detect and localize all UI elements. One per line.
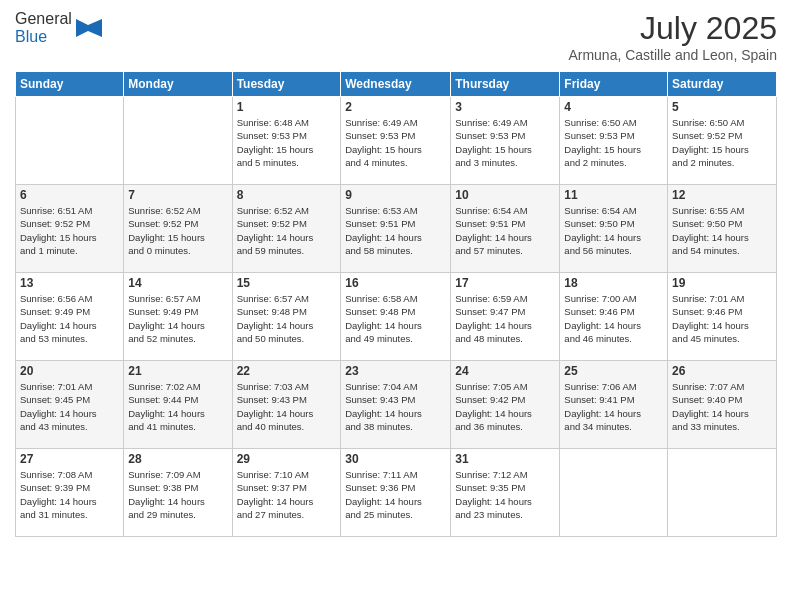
- calendar-cell: 5Sunrise: 6:50 AM Sunset: 9:52 PM Daylig…: [668, 97, 777, 185]
- subtitle: Armuna, Castille and Leon, Spain: [568, 47, 777, 63]
- day-number: 16: [345, 276, 446, 290]
- page: General Blue July 2025 Armuna, Castille …: [0, 0, 792, 612]
- calendar-cell: 25Sunrise: 7:06 AM Sunset: 9:41 PM Dayli…: [560, 361, 668, 449]
- day-number: 10: [455, 188, 555, 202]
- calendar-cell: [16, 97, 124, 185]
- calendar-cell: 23Sunrise: 7:04 AM Sunset: 9:43 PM Dayli…: [341, 361, 451, 449]
- day-number: 5: [672, 100, 772, 114]
- day-info: Sunrise: 6:57 AM Sunset: 9:49 PM Dayligh…: [128, 292, 227, 345]
- calendar-week-row: 27Sunrise: 7:08 AM Sunset: 9:39 PM Dayli…: [16, 449, 777, 537]
- day-info: Sunrise: 7:04 AM Sunset: 9:43 PM Dayligh…: [345, 380, 446, 433]
- calendar-cell: 20Sunrise: 7:01 AM Sunset: 9:45 PM Dayli…: [16, 361, 124, 449]
- calendar-day-header: Wednesday: [341, 72, 451, 97]
- day-number: 25: [564, 364, 663, 378]
- day-number: 8: [237, 188, 337, 202]
- calendar-table: SundayMondayTuesdayWednesdayThursdayFrid…: [15, 71, 777, 537]
- calendar-week-row: 13Sunrise: 6:56 AM Sunset: 9:49 PM Dayli…: [16, 273, 777, 361]
- calendar-cell: 6Sunrise: 6:51 AM Sunset: 9:52 PM Daylig…: [16, 185, 124, 273]
- calendar-day-header: Saturday: [668, 72, 777, 97]
- calendar-day-header: Thursday: [451, 72, 560, 97]
- day-number: 24: [455, 364, 555, 378]
- day-info: Sunrise: 6:49 AM Sunset: 9:53 PM Dayligh…: [345, 116, 446, 169]
- day-info: Sunrise: 6:53 AM Sunset: 9:51 PM Dayligh…: [345, 204, 446, 257]
- day-info: Sunrise: 7:03 AM Sunset: 9:43 PM Dayligh…: [237, 380, 337, 433]
- day-number: 14: [128, 276, 227, 290]
- day-number: 27: [20, 452, 119, 466]
- logo: General Blue: [15, 10, 102, 46]
- calendar-cell: 22Sunrise: 7:03 AM Sunset: 9:43 PM Dayli…: [232, 361, 341, 449]
- calendar-week-row: 20Sunrise: 7:01 AM Sunset: 9:45 PM Dayli…: [16, 361, 777, 449]
- day-info: Sunrise: 7:05 AM Sunset: 9:42 PM Dayligh…: [455, 380, 555, 433]
- day-number: 12: [672, 188, 772, 202]
- logo-text: General Blue: [15, 10, 72, 46]
- calendar-cell: 21Sunrise: 7:02 AM Sunset: 9:44 PM Dayli…: [124, 361, 232, 449]
- day-number: 7: [128, 188, 227, 202]
- main-title: July 2025: [568, 10, 777, 47]
- day-number: 17: [455, 276, 555, 290]
- calendar-cell: 8Sunrise: 6:52 AM Sunset: 9:52 PM Daylig…: [232, 185, 341, 273]
- day-info: Sunrise: 7:01 AM Sunset: 9:45 PM Dayligh…: [20, 380, 119, 433]
- day-info: Sunrise: 6:55 AM Sunset: 9:50 PM Dayligh…: [672, 204, 772, 257]
- calendar-cell: 13Sunrise: 6:56 AM Sunset: 9:49 PM Dayli…: [16, 273, 124, 361]
- calendar-cell: 14Sunrise: 6:57 AM Sunset: 9:49 PM Dayli…: [124, 273, 232, 361]
- calendar-cell: [668, 449, 777, 537]
- day-info: Sunrise: 7:00 AM Sunset: 9:46 PM Dayligh…: [564, 292, 663, 345]
- day-number: 4: [564, 100, 663, 114]
- calendar-cell: 24Sunrise: 7:05 AM Sunset: 9:42 PM Dayli…: [451, 361, 560, 449]
- day-number: 26: [672, 364, 772, 378]
- day-info: Sunrise: 7:10 AM Sunset: 9:37 PM Dayligh…: [237, 468, 337, 521]
- calendar-cell: 10Sunrise: 6:54 AM Sunset: 9:51 PM Dayli…: [451, 185, 560, 273]
- calendar-cell: [124, 97, 232, 185]
- day-info: Sunrise: 6:52 AM Sunset: 9:52 PM Dayligh…: [128, 204, 227, 257]
- day-info: Sunrise: 6:52 AM Sunset: 9:52 PM Dayligh…: [237, 204, 337, 257]
- day-info: Sunrise: 6:50 AM Sunset: 9:53 PM Dayligh…: [564, 116, 663, 169]
- day-number: 23: [345, 364, 446, 378]
- day-number: 18: [564, 276, 663, 290]
- calendar-cell: 19Sunrise: 7:01 AM Sunset: 9:46 PM Dayli…: [668, 273, 777, 361]
- calendar-cell: 27Sunrise: 7:08 AM Sunset: 9:39 PM Dayli…: [16, 449, 124, 537]
- day-info: Sunrise: 7:02 AM Sunset: 9:44 PM Dayligh…: [128, 380, 227, 433]
- title-block: July 2025 Armuna, Castille and Leon, Spa…: [568, 10, 777, 63]
- calendar-week-row: 6Sunrise: 6:51 AM Sunset: 9:52 PM Daylig…: [16, 185, 777, 273]
- calendar-day-header: Monday: [124, 72, 232, 97]
- calendar-cell: 4Sunrise: 6:50 AM Sunset: 9:53 PM Daylig…: [560, 97, 668, 185]
- logo-general: General: [15, 10, 72, 27]
- calendar-cell: 12Sunrise: 6:55 AM Sunset: 9:50 PM Dayli…: [668, 185, 777, 273]
- calendar-cell: 30Sunrise: 7:11 AM Sunset: 9:36 PM Dayli…: [341, 449, 451, 537]
- calendar-week-row: 1Sunrise: 6:48 AM Sunset: 9:53 PM Daylig…: [16, 97, 777, 185]
- day-number: 2: [345, 100, 446, 114]
- calendar-cell: 15Sunrise: 6:57 AM Sunset: 9:48 PM Dayli…: [232, 273, 341, 361]
- day-info: Sunrise: 7:06 AM Sunset: 9:41 PM Dayligh…: [564, 380, 663, 433]
- calendar-cell: [560, 449, 668, 537]
- calendar-cell: 16Sunrise: 6:58 AM Sunset: 9:48 PM Dayli…: [341, 273, 451, 361]
- day-number: 15: [237, 276, 337, 290]
- day-number: 9: [345, 188, 446, 202]
- day-info: Sunrise: 7:09 AM Sunset: 9:38 PM Dayligh…: [128, 468, 227, 521]
- day-number: 1: [237, 100, 337, 114]
- svg-marker-0: [76, 19, 102, 37]
- day-info: Sunrise: 7:11 AM Sunset: 9:36 PM Dayligh…: [345, 468, 446, 521]
- day-number: 13: [20, 276, 119, 290]
- day-info: Sunrise: 6:48 AM Sunset: 9:53 PM Dayligh…: [237, 116, 337, 169]
- calendar-header-row: SundayMondayTuesdayWednesdayThursdayFrid…: [16, 72, 777, 97]
- day-number: 31: [455, 452, 555, 466]
- day-info: Sunrise: 6:50 AM Sunset: 9:52 PM Dayligh…: [672, 116, 772, 169]
- day-info: Sunrise: 6:56 AM Sunset: 9:49 PM Dayligh…: [20, 292, 119, 345]
- day-info: Sunrise: 6:54 AM Sunset: 9:51 PM Dayligh…: [455, 204, 555, 257]
- day-info: Sunrise: 6:51 AM Sunset: 9:52 PM Dayligh…: [20, 204, 119, 257]
- logo-flag-icon: [74, 17, 102, 39]
- calendar-day-header: Friday: [560, 72, 668, 97]
- day-number: 29: [237, 452, 337, 466]
- calendar-day-header: Tuesday: [232, 72, 341, 97]
- day-info: Sunrise: 7:01 AM Sunset: 9:46 PM Dayligh…: [672, 292, 772, 345]
- day-info: Sunrise: 6:49 AM Sunset: 9:53 PM Dayligh…: [455, 116, 555, 169]
- logo-blue: Blue: [15, 28, 47, 45]
- calendar-cell: 1Sunrise: 6:48 AM Sunset: 9:53 PM Daylig…: [232, 97, 341, 185]
- day-number: 6: [20, 188, 119, 202]
- day-number: 21: [128, 364, 227, 378]
- day-number: 30: [345, 452, 446, 466]
- day-number: 19: [672, 276, 772, 290]
- calendar-cell: 11Sunrise: 6:54 AM Sunset: 9:50 PM Dayli…: [560, 185, 668, 273]
- calendar-cell: 9Sunrise: 6:53 AM Sunset: 9:51 PM Daylig…: [341, 185, 451, 273]
- day-info: Sunrise: 7:12 AM Sunset: 9:35 PM Dayligh…: [455, 468, 555, 521]
